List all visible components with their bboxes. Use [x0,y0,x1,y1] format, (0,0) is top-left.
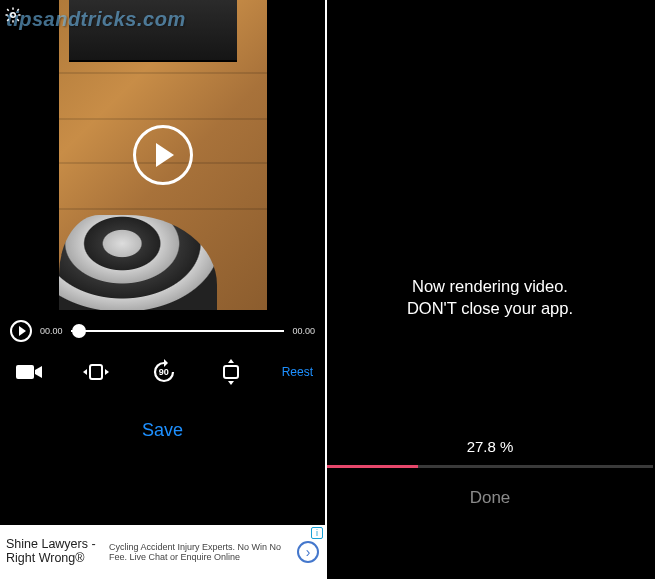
flip-horizontal-button[interactable] [79,358,113,386]
ad-banner[interactable]: i Shine Lawyers - Right Wrong® Cycling A… [0,525,325,579]
camera-icon [15,362,43,382]
progress-percent: 27.8 % [327,438,653,455]
rendering-screen: Now rendering video. DON'T close your ap… [327,0,653,579]
ad-info-badge[interactable]: i [311,527,323,539]
play-icon [156,143,174,167]
ad-arrow-icon[interactable]: › [297,541,319,563]
done-button[interactable]: Done [470,488,511,507]
video-preview[interactable] [59,0,267,310]
ad-title-line2: Right Wrong® [6,552,101,566]
progress-fill [327,465,418,468]
current-time: 00.00 [40,326,63,336]
seek-track[interactable] [71,330,285,332]
flip-vertical-icon [218,357,244,387]
play-button[interactable] [10,320,32,342]
reset-button[interactable]: Reest [282,365,313,379]
rendering-message-line2: DON'T close your app. [327,297,653,319]
flip-horizontal-icon [81,359,111,385]
seek-thumb[interactable] [72,324,86,338]
rotate-90-button[interactable]: 90 [147,358,181,386]
svg-rect-2 [90,365,102,379]
svg-rect-3 [224,366,238,378]
gear-icon [4,6,22,24]
svg-rect-1 [16,365,34,379]
ad-body: Cycling Accident Injury Experts. No Win … [109,542,289,563]
svg-point-0 [11,13,16,18]
camera-button[interactable] [12,358,46,386]
save-button[interactable]: Save [142,420,183,440]
tools-row: 90 Reest [0,348,325,394]
rendering-message-line1: Now rendering video. [327,275,653,297]
progress-bar [327,465,653,468]
total-time: 00.00 [292,326,315,336]
scrubber-row: 00.00 00.00 [0,310,325,348]
rotate-degree-label: 90 [159,367,169,377]
play-icon [19,326,26,336]
rendering-message: Now rendering video. DON'T close your ap… [327,275,653,320]
ad-title: Shine Lawyers - [6,538,101,552]
play-overlay-button[interactable] [133,125,193,185]
video-editor-screen: 00.00 00.00 [0,0,327,579]
flip-vertical-button[interactable] [214,358,248,386]
video-preview-area [0,0,325,310]
